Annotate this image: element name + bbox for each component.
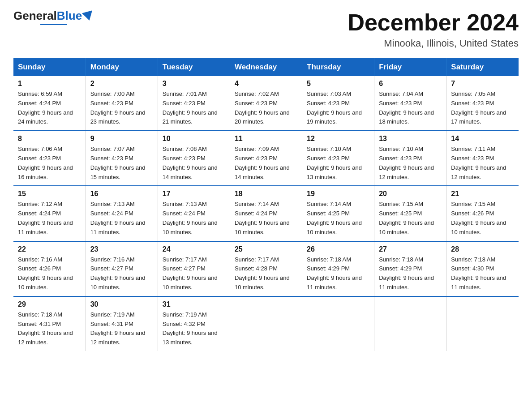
day-number: 22: [18, 245, 81, 253]
day-number: 23: [90, 245, 153, 253]
calendar-day-cell: 22 Sunrise: 7:16 AM Sunset: 4:26 PM Dayl…: [13, 241, 86, 296]
day-number: 12: [307, 135, 369, 143]
day-number: 5: [307, 80, 369, 88]
day-number: 9: [90, 135, 153, 143]
logo: General Blue: [13, 9, 94, 25]
calendar-day-cell: 5 Sunrise: 7:03 AM Sunset: 4:23 PM Dayli…: [302, 76, 374, 131]
calendar-week-row: 29 Sunrise: 7:18 AM Sunset: 4:31 PM Dayl…: [13, 296, 519, 351]
calendar-day-cell: [374, 296, 446, 351]
month-title: December 2024: [348, 9, 519, 36]
header-sunday: Sunday: [13, 58, 86, 76]
day-number: 11: [235, 135, 297, 143]
day-info: Sunrise: 7:15 AM Sunset: 4:25 PM Dayligh…: [379, 200, 442, 237]
day-info: Sunrise: 7:08 AM Sunset: 4:23 PM Dayligh…: [163, 145, 225, 182]
header-monday: Monday: [86, 58, 158, 76]
day-info: Sunrise: 7:00 AM Sunset: 4:23 PM Dayligh…: [90, 90, 153, 127]
day-number: 24: [163, 245, 225, 253]
day-info: Sunrise: 7:10 AM Sunset: 4:23 PM Dayligh…: [379, 145, 442, 182]
calendar-table: SundayMondayTuesdayWednesdayThursdayFrid…: [13, 58, 519, 351]
day-number: 21: [451, 190, 514, 198]
day-info: Sunrise: 7:15 AM Sunset: 4:26 PM Dayligh…: [451, 200, 514, 237]
day-number: 1: [18, 80, 81, 88]
day-info: Sunrise: 7:04 AM Sunset: 4:23 PM Dayligh…: [379, 90, 442, 127]
day-number: 6: [379, 80, 442, 88]
calendar-week-row: 8 Sunrise: 7:06 AM Sunset: 4:23 PM Dayli…: [13, 131, 519, 186]
calendar-day-cell: 9 Sunrise: 7:07 AM Sunset: 4:23 PM Dayli…: [86, 131, 158, 186]
day-info: Sunrise: 7:06 AM Sunset: 4:23 PM Dayligh…: [18, 145, 81, 182]
day-number: 13: [379, 135, 442, 143]
day-info: Sunrise: 7:11 AM Sunset: 4:23 PM Dayligh…: [451, 145, 514, 182]
logo-blue-container: Blue: [57, 9, 94, 23]
day-info: Sunrise: 7:02 AM Sunset: 4:23 PM Dayligh…: [235, 90, 297, 127]
header-friday: Friday: [374, 58, 446, 76]
day-info: Sunrise: 7:17 AM Sunset: 4:27 PM Dayligh…: [163, 255, 225, 292]
day-info: Sunrise: 7:01 AM Sunset: 4:23 PM Dayligh…: [163, 90, 225, 127]
day-info: Sunrise: 7:14 AM Sunset: 4:24 PM Dayligh…: [235, 200, 297, 237]
calendar-day-cell: 27 Sunrise: 7:18 AM Sunset: 4:29 PM Dayl…: [374, 241, 446, 296]
title-block: December 2024 Minooka, Illinois, United …: [348, 9, 519, 49]
calendar-day-cell: 26 Sunrise: 7:18 AM Sunset: 4:29 PM Dayl…: [302, 241, 374, 296]
calendar-day-cell: 28 Sunrise: 7:18 AM Sunset: 4:30 PM Dayl…: [446, 241, 519, 296]
day-info: Sunrise: 7:09 AM Sunset: 4:23 PM Dayligh…: [235, 145, 297, 182]
calendar-day-cell: 1 Sunrise: 6:59 AM Sunset: 4:24 PM Dayli…: [13, 76, 86, 131]
logo-general-text: General: [13, 9, 57, 23]
calendar-day-cell: 20 Sunrise: 7:15 AM Sunset: 4:25 PM Dayl…: [374, 186, 446, 241]
calendar-day-cell: 13 Sunrise: 7:10 AM Sunset: 4:23 PM Dayl…: [374, 131, 446, 186]
day-info: Sunrise: 7:03 AM Sunset: 4:23 PM Dayligh…: [307, 90, 369, 127]
day-number: 28: [451, 245, 514, 253]
day-info: Sunrise: 7:07 AM Sunset: 4:23 PM Dayligh…: [90, 145, 153, 182]
calendar-day-cell: 14 Sunrise: 7:11 AM Sunset: 4:23 PM Dayl…: [446, 131, 519, 186]
calendar-day-cell: 18 Sunrise: 7:14 AM Sunset: 4:24 PM Dayl…: [230, 186, 302, 241]
day-info: Sunrise: 7:18 AM Sunset: 4:31 PM Dayligh…: [18, 310, 81, 347]
page-header: General Blue December 2024 Minooka, Illi…: [13, 9, 519, 49]
day-number: 14: [451, 135, 514, 143]
day-number: 30: [90, 300, 153, 308]
day-number: 27: [379, 245, 442, 253]
calendar-day-cell: 3 Sunrise: 7:01 AM Sunset: 4:23 PM Dayli…: [158, 76, 230, 131]
calendar-day-cell: 29 Sunrise: 7:18 AM Sunset: 4:31 PM Dayl…: [13, 296, 86, 351]
calendar-day-cell: 19 Sunrise: 7:14 AM Sunset: 4:25 PM Dayl…: [302, 186, 374, 241]
day-info: Sunrise: 7:18 AM Sunset: 4:29 PM Dayligh…: [379, 255, 442, 292]
calendar-day-cell: 31 Sunrise: 7:19 AM Sunset: 4:32 PM Dayl…: [158, 296, 230, 351]
calendar-day-cell: [230, 296, 302, 351]
calendar-day-cell: 21 Sunrise: 7:15 AM Sunset: 4:26 PM Dayl…: [446, 186, 519, 241]
day-info: Sunrise: 7:14 AM Sunset: 4:25 PM Dayligh…: [307, 200, 369, 237]
calendar-day-cell: 24 Sunrise: 7:17 AM Sunset: 4:27 PM Dayl…: [158, 241, 230, 296]
day-number: 2: [90, 80, 153, 88]
calendar-day-cell: [446, 296, 519, 351]
calendar-day-cell: 12 Sunrise: 7:10 AM Sunset: 4:23 PM Dayl…: [302, 131, 374, 186]
day-number: 17: [163, 190, 225, 198]
day-number: 7: [451, 80, 514, 88]
day-info: Sunrise: 7:16 AM Sunset: 4:26 PM Dayligh…: [18, 255, 81, 292]
day-number: 19: [307, 190, 369, 198]
day-info: Sunrise: 7:16 AM Sunset: 4:27 PM Dayligh…: [90, 255, 153, 292]
calendar-day-cell: 6 Sunrise: 7:04 AM Sunset: 4:23 PM Dayli…: [374, 76, 446, 131]
header-wednesday: Wednesday: [230, 58, 302, 76]
day-info: Sunrise: 7:10 AM Sunset: 4:23 PM Dayligh…: [307, 145, 369, 182]
day-number: 15: [18, 190, 81, 198]
day-info: Sunrise: 7:05 AM Sunset: 4:23 PM Dayligh…: [451, 90, 514, 127]
day-number: 18: [235, 190, 297, 198]
calendar-day-cell: 2 Sunrise: 7:00 AM Sunset: 4:23 PM Dayli…: [86, 76, 158, 131]
day-number: 26: [307, 245, 369, 253]
day-number: 3: [163, 80, 225, 88]
calendar-day-cell: 17 Sunrise: 7:13 AM Sunset: 4:24 PM Dayl…: [158, 186, 230, 241]
day-info: Sunrise: 7:12 AM Sunset: 4:24 PM Dayligh…: [18, 200, 81, 237]
calendar-header-row: SundayMondayTuesdayWednesdayThursdayFrid…: [13, 58, 519, 76]
calendar-day-cell: 11 Sunrise: 7:09 AM Sunset: 4:23 PM Dayl…: [230, 131, 302, 186]
location-title: Minooka, Illinois, United States: [348, 38, 519, 49]
calendar-day-cell: 7 Sunrise: 7:05 AM Sunset: 4:23 PM Dayli…: [446, 76, 519, 131]
calendar-day-cell: 25 Sunrise: 7:17 AM Sunset: 4:28 PM Dayl…: [230, 241, 302, 296]
logo-blue-text: Blue: [57, 9, 82, 23]
calendar-day-cell: 15 Sunrise: 7:12 AM Sunset: 4:24 PM Dayl…: [13, 186, 86, 241]
calendar-day-cell: [302, 296, 374, 351]
day-number: 25: [235, 245, 297, 253]
day-number: 4: [235, 80, 297, 88]
day-info: Sunrise: 7:18 AM Sunset: 4:30 PM Dayligh…: [451, 255, 514, 292]
day-info: Sunrise: 7:19 AM Sunset: 4:32 PM Dayligh…: [163, 310, 225, 347]
calendar-day-cell: 8 Sunrise: 7:06 AM Sunset: 4:23 PM Dayli…: [13, 131, 86, 186]
calendar-day-cell: 10 Sunrise: 7:08 AM Sunset: 4:23 PM Dayl…: [158, 131, 230, 186]
calendar-day-cell: 23 Sunrise: 7:16 AM Sunset: 4:27 PM Dayl…: [86, 241, 158, 296]
day-info: Sunrise: 7:13 AM Sunset: 4:24 PM Dayligh…: [163, 200, 225, 237]
calendar-day-cell: 16 Sunrise: 7:13 AM Sunset: 4:24 PM Dayl…: [86, 186, 158, 241]
